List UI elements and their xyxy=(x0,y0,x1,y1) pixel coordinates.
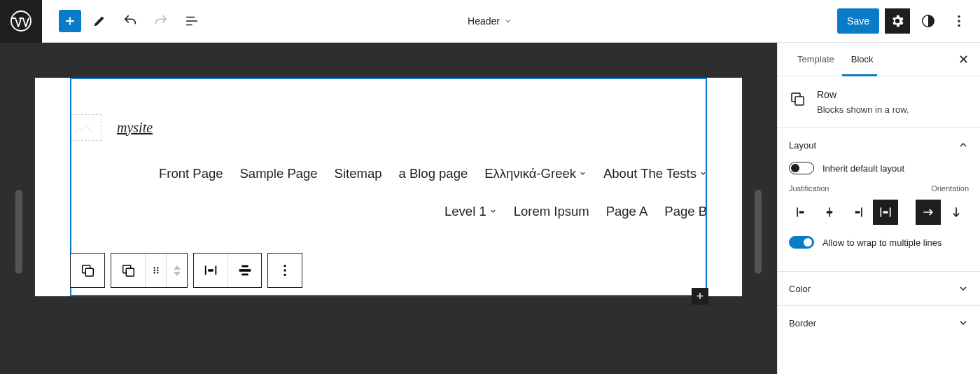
tab-block[interactable]: Block xyxy=(843,43,882,76)
svg-rect-28 xyxy=(855,211,860,213)
color-panel-toggle[interactable]: Color xyxy=(778,272,980,305)
editor-canvas-area: mysite Front PageSample PageSitemapa Blo… xyxy=(0,43,777,374)
layout-panel-title: Layout xyxy=(789,140,816,151)
svg-point-11 xyxy=(153,270,155,271)
list-view-icon[interactable] xyxy=(179,8,204,34)
orientation-vertical-button[interactable] xyxy=(944,200,969,225)
svg-point-4 xyxy=(958,25,960,27)
svg-point-2 xyxy=(958,15,960,18)
drag-handle[interactable] xyxy=(145,254,166,287)
document-title-text: Header xyxy=(468,15,500,27)
color-panel-title: Color xyxy=(789,284,811,294)
save-button[interactable]: Save xyxy=(837,8,879,34)
svg-rect-17 xyxy=(241,274,248,276)
template-canvas[interactable]: mysite Front PageSample PageSitemapa Blo… xyxy=(35,78,742,296)
document-title[interactable]: Header xyxy=(468,15,512,27)
svg-point-9 xyxy=(153,267,155,268)
svg-rect-29 xyxy=(881,207,882,216)
add-block-button[interactable] xyxy=(59,10,81,32)
edit-tool-icon[interactable] xyxy=(87,8,112,34)
svg-rect-22 xyxy=(795,97,804,105)
add-block-inline-button[interactable]: + xyxy=(692,288,708,305)
svg-rect-26 xyxy=(827,211,832,213)
chevron-down-icon xyxy=(958,317,969,328)
justify-button[interactable] xyxy=(194,254,227,287)
tab-template[interactable]: Template xyxy=(789,43,843,76)
svg-rect-8 xyxy=(126,268,134,276)
justify-center-button[interactable] xyxy=(817,200,842,225)
top-toolbar: Header Save xyxy=(0,0,980,43)
svg-point-13 xyxy=(153,272,155,273)
chevron-up-icon xyxy=(958,139,969,151)
redo-icon[interactable] xyxy=(148,8,174,34)
svg-rect-24 xyxy=(799,211,804,213)
layout-panel-toggle[interactable]: Layout xyxy=(778,128,980,162)
chevron-down-icon xyxy=(958,283,969,294)
chevron-down-icon xyxy=(504,17,512,25)
wordpress-logo[interactable] xyxy=(0,0,42,43)
svg-point-10 xyxy=(157,267,158,268)
wrap-label: Allow to wrap to multiple lines xyxy=(822,237,942,248)
inherit-layout-label: Inherit default layout xyxy=(822,163,904,174)
svg-rect-30 xyxy=(890,207,891,216)
inherit-layout-toggle[interactable] xyxy=(789,162,814,174)
svg-rect-23 xyxy=(797,207,798,216)
parent-block-button[interactable] xyxy=(71,254,104,287)
orientation-label: Orientation xyxy=(931,184,969,193)
block-type-button[interactable] xyxy=(111,254,145,287)
close-sidebar-button[interactable]: ✕ xyxy=(958,52,969,67)
row-block-icon xyxy=(789,90,806,107)
svg-point-3 xyxy=(958,20,960,22)
svg-rect-15 xyxy=(239,269,251,272)
scrollbar[interactable] xyxy=(755,190,762,274)
border-panel-toggle[interactable]: Border xyxy=(778,306,980,340)
block-options-button[interactable] xyxy=(268,254,302,287)
scrollbar[interactable] xyxy=(15,190,22,274)
styles-button[interactable] xyxy=(916,8,941,34)
settings-sidebar: Template Block ✕ Row Blocks shown in a r… xyxy=(777,43,980,374)
svg-rect-16 xyxy=(241,265,248,268)
block-description: Blocks shown in a row. xyxy=(817,104,909,115)
block-name: Row xyxy=(817,89,909,100)
svg-rect-6 xyxy=(85,268,93,276)
undo-icon[interactable] xyxy=(118,8,143,34)
align-button[interactable] xyxy=(227,254,261,287)
svg-rect-27 xyxy=(861,207,862,216)
svg-rect-31 xyxy=(883,211,888,213)
svg-point-20 xyxy=(284,274,286,276)
svg-point-12 xyxy=(157,270,158,271)
svg-point-18 xyxy=(284,265,286,267)
justify-space-between-button[interactable] xyxy=(873,200,898,225)
border-panel-title: Border xyxy=(789,318,816,328)
settings-button[interactable] xyxy=(885,8,910,34)
svg-point-14 xyxy=(157,272,158,273)
justify-right-button[interactable] xyxy=(845,200,870,225)
svg-point-19 xyxy=(284,269,286,271)
justify-left-button[interactable] xyxy=(789,200,814,225)
justification-label: Justification xyxy=(789,184,829,193)
wrap-toggle[interactable] xyxy=(789,236,814,249)
more-menu-button[interactable] xyxy=(946,8,972,34)
block-toolbar xyxy=(70,253,302,288)
orientation-horizontal-button[interactable] xyxy=(916,200,941,225)
move-buttons[interactable] xyxy=(166,254,187,287)
